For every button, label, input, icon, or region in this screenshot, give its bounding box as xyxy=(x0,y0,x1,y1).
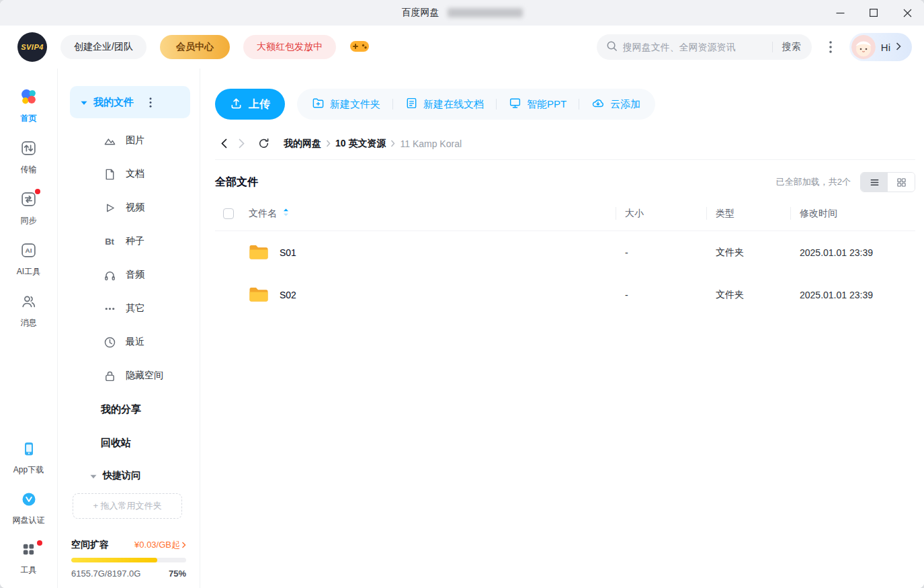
ai-tools-icon: AI xyxy=(20,242,37,261)
app-title: 百度网盘 xyxy=(402,7,439,19)
new-folder-button[interactable]: 新建文件夹 xyxy=(300,89,392,120)
sidebar-item-audio[interactable]: 音频 xyxy=(58,258,200,292)
toolbar: 上传 新建文件夹 xyxy=(215,89,915,120)
user-account[interactable]: Hi xyxy=(849,33,912,61)
body: 首页 传输 xyxy=(0,69,924,588)
load-status: 已全部加载，共2个 xyxy=(776,176,851,188)
window-controls xyxy=(823,0,924,26)
nav-item-sync[interactable]: 同步 xyxy=(0,191,57,226)
search-icon xyxy=(606,40,618,54)
member-center-button[interactable]: 会员中心 xyxy=(160,35,230,59)
nav-item-ai-tools[interactable]: AI AI工具 xyxy=(0,242,57,278)
left-rail: 首页 传输 xyxy=(0,69,58,588)
new-folder-icon xyxy=(312,97,325,112)
category-label-recent: 最近 xyxy=(126,336,144,348)
grid-view-button[interactable] xyxy=(888,173,915,192)
audio-icon xyxy=(103,268,116,282)
nav-label-app-download: App下载 xyxy=(13,464,44,476)
create-team-button[interactable]: 创建企业/团队 xyxy=(60,35,146,59)
column-header-modified[interactable]: 修改时间 xyxy=(800,196,915,230)
file-row[interactable]: S02 - 文件夹 2025.01.01 23:39 xyxy=(215,274,915,316)
more-menu-icon[interactable] xyxy=(825,41,836,53)
drag-folder-dropzone[interactable]: + 拖入常用文件夹 xyxy=(73,493,182,519)
storage-percent-text: 75% xyxy=(169,569,186,579)
my-files-menu-icon[interactable] xyxy=(148,96,153,109)
transfer-icon xyxy=(20,140,37,159)
sort-icon[interactable] xyxy=(282,208,290,219)
close-button[interactable] xyxy=(890,0,924,26)
column-header-size[interactable]: 大小 xyxy=(625,196,716,230)
documents-icon xyxy=(103,167,116,181)
username-blurred xyxy=(448,8,523,17)
new-folder-label: 新建文件夹 xyxy=(330,98,380,111)
hidden-space-lock-icon xyxy=(103,369,116,382)
sidebar-item-quick-access[interactable]: 快捷访问 xyxy=(58,460,200,492)
list-view-icon xyxy=(870,177,880,187)
upload-icon xyxy=(230,97,243,112)
sidebar-item-documents[interactable]: 文档 xyxy=(58,157,200,191)
games-button[interactable] xyxy=(349,39,370,56)
upload-label: 上传 xyxy=(249,97,270,112)
sidebar-item-pictures[interactable]: 图片 xyxy=(58,124,200,157)
category-label-documents: 文档 xyxy=(126,168,144,180)
breadcrumb-item-parent[interactable]: 10 英文资源 xyxy=(335,138,386,150)
smart-ppt-button[interactable]: 智能PPT xyxy=(497,89,579,120)
nav-item-verification[interactable]: 网盘认证 xyxy=(0,491,57,526)
nav-item-transfer[interactable]: 传输 xyxy=(0,140,57,175)
search-button[interactable]: 搜索 xyxy=(778,41,802,53)
search-input[interactable] xyxy=(623,42,767,52)
list-view-button[interactable] xyxy=(861,173,888,192)
back-button[interactable] xyxy=(215,135,233,153)
sidebar-item-recycle-bin[interactable]: 回收站 xyxy=(58,426,200,460)
nav-item-messages[interactable]: 消息 xyxy=(0,293,57,329)
header: SVIP4 创建企业/团队 会员中心 大额红包发放中 搜 xyxy=(0,26,924,69)
file-name[interactable]: S02 xyxy=(280,290,296,300)
gamepad-icon xyxy=(349,39,370,56)
refresh-button[interactable] xyxy=(254,134,273,153)
chevron-down-icon xyxy=(81,96,87,108)
nav-item-home[interactable]: 首页 xyxy=(0,87,57,124)
column-header-name[interactable]: 文件名 xyxy=(249,208,277,220)
new-online-doc-button[interactable]: 新建在线文档 xyxy=(393,89,496,120)
titlebar-center: 百度网盘 xyxy=(402,0,523,26)
sidebar-item-recent[interactable]: 最近 xyxy=(58,325,200,359)
breadcrumb-bar: 我的网盘 10 英文资源 11 Kamp Koral xyxy=(215,128,915,160)
red-packet-button[interactable]: 大额红包发放中 xyxy=(243,35,336,59)
file-modified: 2025.01.01 23:39 xyxy=(800,274,915,316)
breadcrumb-item-root[interactable]: 我的网盘 xyxy=(284,138,321,150)
sidebar-item-my-shares[interactable]: 我的分享 xyxy=(58,392,200,426)
cloud-add-label: 云添加 xyxy=(610,98,640,111)
column-header-type[interactable]: 类型 xyxy=(716,196,800,230)
greeting-text: Hi xyxy=(881,42,890,53)
nav-label-home: 首页 xyxy=(21,113,37,124)
forward-button[interactable] xyxy=(233,135,250,153)
sync-icon xyxy=(20,191,37,210)
sidebar-item-my-files[interactable]: 我的文件 xyxy=(70,86,190,118)
file-name[interactable]: S01 xyxy=(280,247,296,258)
file-row[interactable]: S01 - 文件夹 2025.01.01 23:39 xyxy=(215,231,915,274)
sidebar-item-torrents[interactable]: Bt 种子 xyxy=(58,224,200,258)
storage-expand-button[interactable]: ¥0.03/GB起 xyxy=(134,539,186,551)
cloud-add-button[interactable]: 云添加 xyxy=(579,89,653,120)
nav-label-transfer: 传输 xyxy=(21,164,37,175)
nav-label-sync: 同步 xyxy=(21,215,37,226)
file-type: 文件夹 xyxy=(716,274,800,316)
file-type: 文件夹 xyxy=(716,231,800,274)
svip4-logo[interactable]: SVIP4 xyxy=(17,32,47,62)
minimize-button[interactable] xyxy=(823,0,857,26)
sidebar-item-videos[interactable]: 视频 xyxy=(58,191,200,224)
category-label-audio: 音频 xyxy=(126,269,144,281)
sidebar: 我的文件 图片 xyxy=(58,69,200,588)
upload-button[interactable]: 上传 xyxy=(215,89,285,120)
titlebar: 百度网盘 xyxy=(0,0,924,26)
maximize-button[interactable] xyxy=(857,0,890,26)
select-all-checkbox[interactable] xyxy=(223,208,234,219)
nav-item-app-download[interactable]: App下载 xyxy=(0,441,57,476)
nav-item-tools[interactable]: 工具 xyxy=(0,542,57,576)
toolbar-action-group: 新建文件夹 新建在线文档 xyxy=(297,89,655,120)
chevron-right-icon xyxy=(181,542,186,548)
file-table-header: 文件名 大小 类型 修改时间 xyxy=(215,196,915,231)
sidebar-item-others[interactable]: 其它 xyxy=(58,292,200,325)
sidebar-item-hidden-space[interactable]: 隐藏空间 xyxy=(58,359,200,392)
svip4-logo-text: SVIP4 xyxy=(21,43,44,51)
